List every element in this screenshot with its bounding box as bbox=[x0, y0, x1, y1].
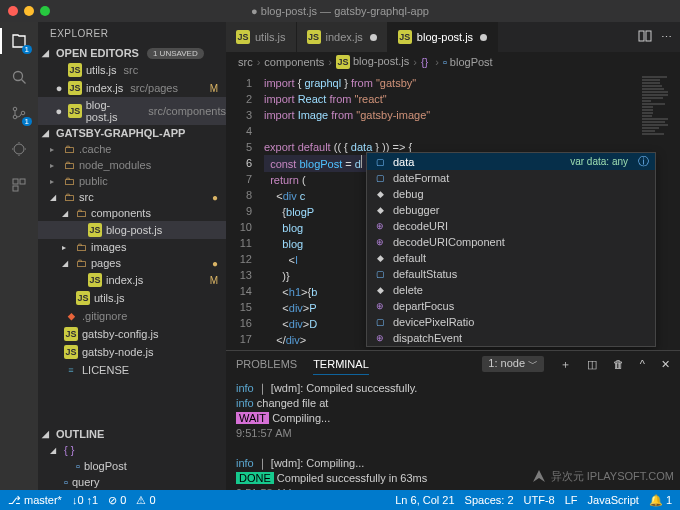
terminal-output[interactable]: info ｜ [wdm]: Compiled successfully.info… bbox=[226, 377, 680, 490]
editor-tab[interactable]: JSutils.js bbox=[226, 22, 297, 52]
intellisense-popup[interactable]: ▢datavar data: anyⓘ▢dateFormat◆debug◆deb… bbox=[366, 152, 656, 347]
tree-item[interactable]: ▸🗀.cache bbox=[38, 141, 226, 157]
cursor-position[interactable]: Ln 6, Col 21 bbox=[395, 494, 454, 506]
tree-item[interactable]: JSblog-post.js bbox=[38, 221, 226, 239]
outline-item[interactable]: ◢{ } bbox=[38, 442, 226, 458]
tree-item[interactable]: JSutils.js bbox=[38, 289, 226, 307]
errors-indicator[interactable]: ⊘ 0 bbox=[108, 494, 126, 507]
split-terminal-icon[interactable]: ◫ bbox=[587, 358, 597, 371]
svg-rect-6 bbox=[20, 179, 25, 184]
sync-indicator[interactable]: ↓0 ↑1 bbox=[72, 494, 98, 506]
tree-item[interactable]: ▸🗀node_modules bbox=[38, 157, 226, 173]
breadcrumb[interactable]: src›components›JSblog-post.js›{}›▫blogPo… bbox=[226, 52, 680, 72]
bottom-panel: PROBLEMS TERMINAL 1: node ﹀ ＋ ◫ 🗑 ^ ✕ in… bbox=[226, 350, 680, 490]
editor-tab[interactable]: JSindex.js bbox=[297, 22, 388, 52]
eol-indicator[interactable]: LF bbox=[565, 494, 578, 506]
status-bar: ⎇ master* ↓0 ↑1 ⊘ 0 ⚠ 0 Ln 6, Col 21 Spa… bbox=[0, 490, 680, 510]
notifications-icon[interactable]: 🔔 1 bbox=[649, 494, 672, 507]
suggest-item[interactable]: ▢dateFormat bbox=[367, 170, 655, 186]
close-panel-icon[interactable]: ✕ bbox=[661, 358, 670, 371]
breadcrumb-item[interactable]: {} bbox=[421, 56, 431, 68]
kill-terminal-icon[interactable]: 🗑 bbox=[613, 358, 624, 370]
svg-point-4 bbox=[14, 144, 24, 154]
tree-item[interactable]: JSgatsby-config.js bbox=[38, 325, 226, 343]
tree-item[interactable]: ◢🗀components bbox=[38, 205, 226, 221]
maximize-panel-icon[interactable]: ^ bbox=[640, 358, 645, 370]
svg-point-2 bbox=[13, 115, 17, 119]
tree-item[interactable]: ≡LICENSE bbox=[38, 361, 226, 379]
svg-rect-5 bbox=[13, 179, 18, 184]
branch-indicator[interactable]: ⎇ master* bbox=[8, 494, 62, 507]
sidebar: EXPLORER ◢OPEN EDITORS1 UNSAVED JSutils.… bbox=[38, 22, 226, 490]
new-terminal-icon[interactable]: ＋ bbox=[560, 357, 571, 372]
debug-icon[interactable] bbox=[8, 138, 30, 160]
close-window-icon[interactable] bbox=[8, 6, 18, 16]
extensions-icon[interactable] bbox=[8, 174, 30, 196]
project-header[interactable]: ◢GATSBY-GRAPHQL-APP bbox=[38, 125, 226, 141]
suggest-item[interactable]: ◆debugger bbox=[367, 202, 655, 218]
open-editor-item[interactable]: ●JSblog-post.jssrc/components bbox=[38, 97, 226, 125]
suggest-item[interactable]: ◆delete bbox=[367, 282, 655, 298]
editor-area: JSutils.jsJSindex.jsJSblog-post.js ⋯ src… bbox=[226, 22, 680, 490]
compare-icon[interactable] bbox=[637, 28, 653, 46]
svg-rect-8 bbox=[639, 31, 644, 41]
open-editor-item[interactable]: ●JSindex.jssrc/pagesM bbox=[38, 79, 226, 97]
tree-item[interactable]: JSgatsby-node.js bbox=[38, 343, 226, 361]
svg-rect-9 bbox=[646, 31, 651, 41]
suggest-item[interactable]: ⊕decodeURIComponent bbox=[367, 234, 655, 250]
encoding-indicator[interactable]: UTF-8 bbox=[524, 494, 555, 506]
tree-item[interactable]: ▸🗀public bbox=[38, 173, 226, 189]
tree-item[interactable]: ◆.gitignore bbox=[38, 307, 226, 325]
terminal-dropdown[interactable]: 1: node ﹀ bbox=[482, 356, 543, 372]
suggest-item[interactable]: ▢defaultStatus bbox=[367, 266, 655, 282]
editor-tabs: JSutils.jsJSindex.jsJSblog-post.js ⋯ bbox=[226, 22, 680, 52]
suggest-item[interactable]: ▢devicePixelRatio bbox=[367, 314, 655, 330]
unsaved-badge: 1 bbox=[22, 45, 32, 54]
search-icon[interactable] bbox=[8, 66, 30, 88]
tab-terminal[interactable]: TERMINAL bbox=[313, 354, 369, 375]
svg-point-3 bbox=[21, 111, 25, 115]
suggest-item[interactable]: ◆default bbox=[367, 250, 655, 266]
activity-bar: 1 1 bbox=[0, 22, 38, 490]
source-control-icon[interactable]: 1 bbox=[8, 102, 30, 124]
breadcrumb-item[interactable]: src bbox=[238, 56, 253, 68]
suggest-item[interactable]: ⊕decodeURI bbox=[367, 218, 655, 234]
suggest-item[interactable]: ⊕dispatchEvent bbox=[367, 330, 655, 346]
indent-indicator[interactable]: Spaces: 2 bbox=[465, 494, 514, 506]
breadcrumb-item[interactable]: components bbox=[264, 56, 324, 68]
window-title: ● blog-post.js — gatsby-graphql-app bbox=[251, 5, 429, 17]
tree-item[interactable]: ◢🗀src● bbox=[38, 189, 226, 205]
svg-point-0 bbox=[14, 72, 23, 81]
open-editors-header[interactable]: ◢OPEN EDITORS1 UNSAVED bbox=[38, 45, 226, 61]
tab-problems[interactable]: PROBLEMS bbox=[236, 354, 297, 374]
outline-item[interactable]: ▫query bbox=[38, 474, 226, 490]
warnings-indicator[interactable]: ⚠ 0 bbox=[136, 494, 155, 507]
line-numbers: 1234567891011121314151617181920 bbox=[226, 72, 260, 350]
window-controls bbox=[0, 6, 50, 16]
breadcrumb-item[interactable]: JSblog-post.js bbox=[336, 55, 409, 69]
more-icon[interactable]: ⋯ bbox=[661, 31, 672, 44]
scm-badge: 1 bbox=[22, 117, 32, 126]
editor-tab[interactable]: JSblog-post.js bbox=[388, 22, 498, 52]
outline-header[interactable]: ◢OUTLINE bbox=[38, 426, 226, 442]
svg-rect-7 bbox=[13, 186, 18, 191]
svg-point-1 bbox=[13, 107, 17, 111]
titlebar: ● blog-post.js — gatsby-graphql-app bbox=[0, 0, 680, 22]
minimize-window-icon[interactable] bbox=[24, 6, 34, 16]
breadcrumb-item[interactable]: ▫blogPost bbox=[443, 56, 493, 68]
suggest-item[interactable]: ▢datavar data: anyⓘ bbox=[367, 153, 655, 170]
language-indicator[interactable]: JavaScript bbox=[588, 494, 639, 506]
explorer-icon[interactable]: 1 bbox=[8, 30, 30, 52]
tree-item[interactable]: JSindex.jsM bbox=[38, 271, 226, 289]
suggest-item[interactable]: ⊕departFocus bbox=[367, 298, 655, 314]
tree-item[interactable]: ◢🗀pages● bbox=[38, 255, 226, 271]
tree-item[interactable]: ▸🗀images bbox=[38, 239, 226, 255]
open-editor-item[interactable]: JSutils.jssrc bbox=[38, 61, 226, 79]
suggest-item[interactable]: ◆debug bbox=[367, 186, 655, 202]
sidebar-title: EXPLORER bbox=[38, 22, 226, 45]
maximize-window-icon[interactable] bbox=[40, 6, 50, 16]
outline-item[interactable]: ▫blogPost bbox=[38, 458, 226, 474]
